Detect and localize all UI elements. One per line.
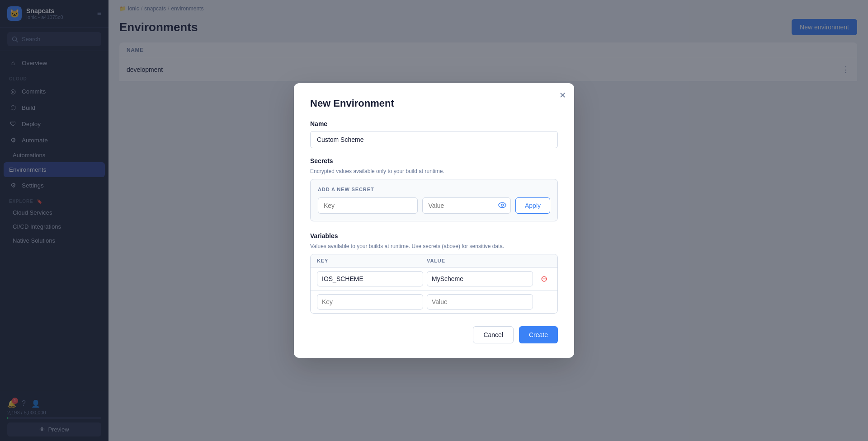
secret-value-wrap (422, 197, 510, 214)
name-input[interactable] (310, 131, 558, 148)
secrets-box: ADD A NEW SECRET Apply (310, 179, 558, 221)
modal-close-button[interactable]: ✕ (559, 91, 566, 99)
var-value-2[interactable] (427, 294, 533, 310)
create-button[interactable]: Create (519, 326, 558, 343)
var-value-1[interactable] (427, 271, 533, 286)
new-environment-modal: New Environment ✕ Name Secrets Encrypted… (294, 83, 574, 358)
secrets-sublabel: Encrypted values available only to your … (310, 168, 558, 174)
modal-footer: Cancel Create (310, 326, 558, 343)
secrets-section: Secrets Encrypted values available only … (310, 157, 558, 221)
variables-label: Variables (310, 232, 558, 239)
apply-button[interactable]: Apply (515, 197, 550, 214)
svg-point-3 (501, 204, 503, 206)
add-secret-label: ADD A NEW SECRET (318, 187, 550, 192)
modal-title: New Environment (310, 98, 558, 109)
modal-overlay: New Environment ✕ Name Secrets Encrypted… (0, 0, 868, 441)
secrets-label: Secrets (310, 157, 558, 164)
toggle-visibility-icon[interactable] (498, 202, 506, 210)
var-key-1[interactable] (317, 271, 423, 286)
variables-box: KEY VALUE ⊖ (310, 254, 558, 314)
secret-key-input[interactable] (318, 197, 418, 214)
cancel-button[interactable]: Cancel (473, 326, 514, 343)
vars-row-1: ⊖ (311, 267, 557, 291)
vars-col-value: VALUE (427, 258, 537, 263)
secret-value-input[interactable] (422, 197, 510, 214)
name-field-label: Name (310, 120, 558, 127)
name-field-section: Name (310, 120, 558, 148)
vars-row-2 (311, 291, 557, 313)
delete-var-1-icon[interactable]: ⊖ (537, 274, 551, 284)
vars-col-key: KEY (317, 258, 427, 263)
variables-sublabel: Values available to your builds at runti… (310, 243, 558, 249)
var-key-2[interactable] (317, 294, 423, 310)
secret-inputs-row: Apply (318, 197, 550, 214)
vars-header: KEY VALUE (311, 254, 557, 267)
variables-section: Variables Values available to your build… (310, 232, 558, 314)
svg-point-2 (499, 203, 506, 208)
